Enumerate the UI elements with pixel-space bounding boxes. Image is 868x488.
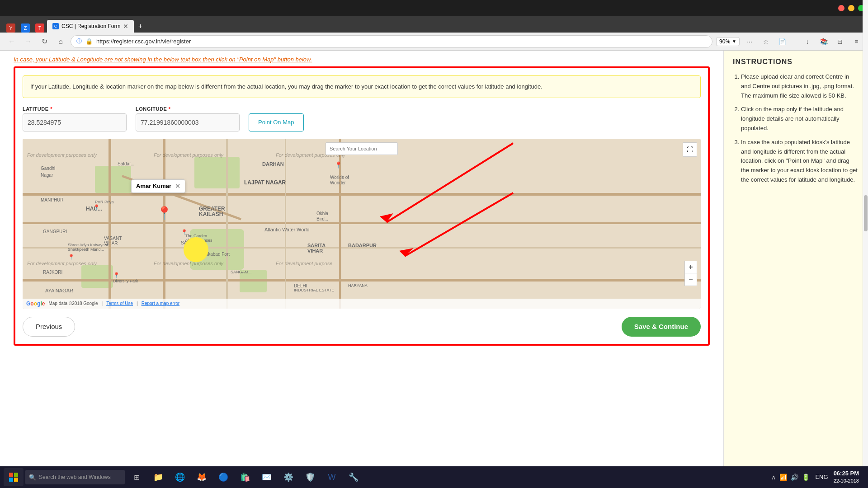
map-watermark-2: For development purposes only [154,152,223,158]
separator-2: | [137,301,138,306]
map-label-darhan: DARHAN [262,161,284,167]
taskbar-firefox[interactable]: 🦊 [192,468,212,486]
tab-icon-1[interactable]: Y [6,23,15,33]
map-green-4 [194,157,240,188]
banner-text: If your Latitude, Longitude & location m… [30,83,542,90]
taskbar-settings[interactable]: ⚙️ [278,468,298,486]
taskbar-mail[interactable]: ✉️ [257,468,277,486]
point-on-map-button[interactable]: Point On Map [249,113,304,131]
favorites-icon[interactable]: ☆ [760,35,772,48]
map-label-rajkori: RAJKORI [43,270,62,275]
map-label-vasant: VASANT [104,236,122,241]
longitude-input[interactable] [136,113,240,131]
map-label-gangpuri: GANGPURI [43,229,67,234]
map-marker-garden: 📍 [181,229,188,235]
taskbar-chrome[interactable]: 🔵 [213,468,233,486]
instructions-list: Please upload clear and correct Centre i… [733,72,859,185]
map-label-badarpur: BADARPUR [348,243,377,248]
tab-title: CSC | Registration Form [61,23,120,29]
back-button[interactable]: ← [5,35,18,48]
info-text-part2: button below. [276,56,312,63]
download-icon[interactable]: ↓ [801,35,814,48]
map-container[interactable]: For development purposes only For develo… [23,139,701,309]
latitude-input[interactable] [23,113,127,131]
address-bar[interactable]: ⓘ 🔒 https://register.csc.gov.in/vle/regi… [71,35,712,48]
map-label-shree: Shree Adya Katyayani [68,243,108,247]
report-map-error-link[interactable]: Report a map error [142,301,179,306]
map-label-atlantic: Atlantic Water World [264,227,310,232]
zoom-out-button[interactable]: − [684,273,697,286]
previous-button[interactable]: Previous [23,317,75,337]
map-green-1 [95,166,131,193]
forward-button[interactable]: → [22,35,34,48]
map-label-nagar: Nagar [41,173,53,178]
tray-volume[interactable]: 🔊 [791,474,798,481]
svg-rect-5 [14,473,18,477]
task-view-button[interactable]: ⊞ [127,468,146,486]
refresh-button[interactable]: ↻ [38,35,51,48]
svg-line-0 [387,143,513,222]
tray-battery[interactable]: 🔋 [802,474,810,481]
taskbar-shield[interactable]: 🛡️ [300,468,320,486]
taskbar-extra[interactable]: 🔧 [344,468,363,486]
map-road-h2 [23,222,701,224]
coordinates-row: LATITUDE * LONGITUDE * Point On Map [23,106,701,131]
main-section: In case, your Latitude & Longitude are n… [0,51,723,488]
taskbar-search[interactable]: 🔍 Search the web and Windows [25,470,125,484]
map-label-shakti: Shaktipeeth Mand... [68,247,104,252]
reading-list-icon[interactable]: 📚 [817,35,830,48]
datetime: 06:25 PM 22-10-2018 [834,469,859,485]
map-label-vihar2: VIHAR [307,248,323,253]
map-fullscreen-button[interactable]: ⛶ [683,142,697,157]
tab-close-icon[interactable]: ✕ [123,23,128,30]
map-marker-worlds: 📍 [335,161,342,169]
new-tab-btn[interactable]: + [134,20,146,33]
more-button[interactable]: ··· [743,35,756,48]
minimize-btn[interactable] [838,5,844,11]
fullscreen-icon: ⛶ [687,146,693,153]
home-button[interactable]: ⌂ [54,35,67,48]
svg-rect-6 [9,478,13,482]
sidebar-icon[interactable]: ⊟ [834,35,846,48]
time-display: 06:25 PM [834,469,859,478]
start-button[interactable] [4,468,24,486]
hamburger-icon[interactable]: ≡ [850,35,863,48]
popup-close-icon[interactable]: ✕ [175,183,180,190]
map-pin[interactable]: 📍 [156,206,172,221]
tab-icon-2[interactable]: Z [21,23,30,33]
map-label-lajpat: LAJPAT NAGAR [244,179,286,186]
tray-network[interactable]: 📶 [779,474,787,481]
map-road-v3 [226,139,228,309]
taskbar-store[interactable]: 🛍️ [235,468,255,486]
point-on-map-link[interactable]: "Point on Map" [237,56,276,63]
map-footer: Google Map data ©2018 Google | Terms of … [23,299,701,309]
tray-up-arrow[interactable]: ∧ [771,474,776,481]
taskbar-file-explorer[interactable]: 📁 [148,468,168,486]
save-continue-button[interactable]: Save & Continue [622,317,701,337]
reader-view-icon[interactable]: 📄 [776,35,788,48]
map-search-input[interactable] [326,142,398,155]
active-tab[interactable]: C CSC | Registration Form ✕ [47,20,134,33]
map-road-v2 [163,139,165,309]
map-watermark-6: For development purpose [276,261,332,266]
map-search-box[interactable] [326,142,398,155]
map-label-wonder: Wonder [330,180,346,185]
maximize-btn[interactable] [848,5,854,11]
map-zoom-controls: + − [684,261,697,286]
map-watermark-5: For development purposes only [154,261,223,266]
scrollbar-thumb[interactable] [864,195,868,231]
terms-of-use-link[interactable]: Terms of Use [106,301,133,306]
map-watermark-4: For development purposes only [27,261,97,266]
map-watermark-1: For development purposes only [27,152,97,158]
latitude-required: * [50,106,52,112]
map-label-safdar: Safdar... [118,161,134,166]
popup-name: Amar Kumar [136,183,171,189]
taskbar-word[interactable]: W [322,468,342,486]
tab-icon-3[interactable]: T [35,23,44,33]
zoom-in-button[interactable]: + [684,261,697,273]
map-label-sarita: SARITA [307,243,326,248]
location-highlight-dot [184,237,208,262]
longitude-label: LONGITUDE * [136,106,240,112]
taskbar-edge[interactable]: 🌐 [170,468,190,486]
google-logo: Google [26,300,45,307]
